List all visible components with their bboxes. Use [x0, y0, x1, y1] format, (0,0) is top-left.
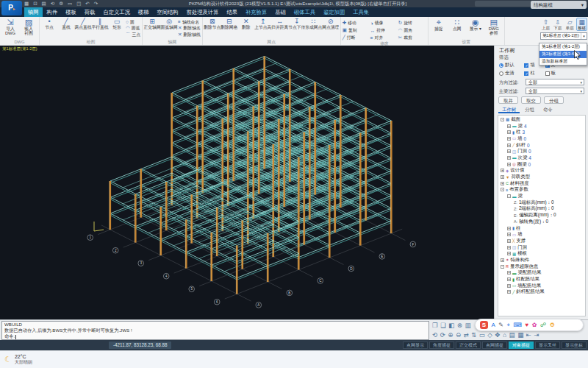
module-selector-dropdown[interactable]: 结构建模 ▾	[531, 1, 587, 9]
tree-expander-icon[interactable]: +	[507, 239, 511, 243]
ribbon-button-2-s0[interactable]: ⊞正交轴网	[144, 18, 160, 29]
quick-icon-1[interactable]: ⊡	[33, 1, 37, 7]
tree-item-13[interactable]: Z:1端标高(mm)：0	[498, 199, 585, 206]
tree-expander-icon[interactable]: +	[507, 252, 511, 255]
ribbon-button-1-s2[interactable]: ╱两点直线	[75, 18, 91, 29]
ribbon-grid-item-4-1[interactable]: ◑镜像	[370, 19, 398, 26]
view-tool-icon[interactable]: ⇤	[526, 331, 531, 339]
ribbon-button-2-s1[interactable]: ◎圆弧轴网	[161, 18, 177, 29]
tree-item-23[interactable]: -R显示超限信息	[498, 263, 585, 270]
ribbon-button-5-2[interactable]: ◉显示 ▾	[467, 18, 484, 31]
ribbon-button-3-s5[interactable]: ↧节点下传	[289, 18, 305, 29]
ribbon-button-5-1[interactable]: ∷点网	[448, 18, 466, 31]
ribbon-tab-2[interactable]: 楼板	[62, 7, 80, 17]
ribbon-button-3-s0[interactable]: ⊠删除节点	[204, 18, 220, 29]
tree-expander-icon[interactable]: -	[507, 194, 511, 198]
quick-icon-7[interactable]: ↶	[85, 1, 89, 7]
panel-tab-1[interactable]: 分组	[521, 106, 538, 113]
tree-item-10[interactable]: +C材料强度	[498, 180, 585, 187]
tree-item-21[interactable]: +▦楼板	[498, 250, 585, 257]
tree-expander-icon[interactable]: +	[507, 163, 511, 166]
tree-expander-icon[interactable]: +	[501, 182, 504, 185]
ribbon-button-0-0[interactable]: ⇲导入 DWG	[1, 18, 19, 35]
panel-tab-0[interactable]: 工作树	[498, 106, 520, 113]
ribbon-tab-1[interactable]: 构件	[43, 7, 62, 17]
tree-expander-icon[interactable]: +	[501, 258, 504, 262]
ribbon-tab-8[interactable]: 结果	[223, 7, 241, 17]
ribbon-tab-10[interactable]: 基础	[271, 7, 290, 17]
radio-icon[interactable]	[499, 71, 503, 76]
view-tool-icon[interactable]: ⇥	[534, 331, 539, 339]
ribbon-grid-item-4-7[interactable]: ≡对齐	[370, 34, 398, 41]
layer-button-3[interactable]: ▦整楼	[576, 18, 587, 31]
tree-item-4[interactable]: +╱斜杆0	[498, 142, 585, 149]
tree-expander-icon[interactable]: -	[501, 188, 504, 191]
tree-expander-icon[interactable]: +	[507, 130, 511, 134]
view-tool-icon[interactable]: ⟲	[432, 331, 437, 339]
view-tool-icon[interactable]: ▦	[517, 331, 523, 339]
view-tool-icon[interactable]: ⇅	[471, 331, 476, 339]
status-toggle-1[interactable]: 角度捕捉	[429, 342, 454, 349]
tree-item-19[interactable]: +╳支撑	[498, 238, 585, 244]
quick-icon-2[interactable]: ▤	[42, 1, 46, 7]
tree-item-27[interactable]: +╱斜杆配筋结果	[498, 289, 585, 296]
status-toggle-5[interactable]: 显示叉丝	[535, 342, 560, 349]
view-tool-icon[interactable]: ❐	[432, 322, 438, 329]
tree-item-14[interactable]: Z:2端标高(mm)：0	[498, 206, 585, 213]
tree-expander-icon[interactable]: +	[507, 124, 511, 128]
ribbon-grid-item-4-2[interactable]: ↻旋转	[398, 19, 426, 26]
tree-item-17[interactable]: +▮柱	[498, 225, 585, 232]
layer-button-1[interactable]: ⇩下层	[552, 18, 563, 31]
filter-check-0[interactable]: ✓墙	[524, 62, 534, 68]
filter-check-0[interactable]: ✓柱	[524, 70, 534, 77]
ribbon-button-3-s2[interactable]: ✕删除	[238, 18, 254, 29]
panel-button-0[interactable]: 取并	[498, 96, 518, 104]
quick-icon-8[interactable]: ↷	[94, 1, 98, 7]
work-tree[interactable]: -▦截面+▬梁4+▮柱3+▭墙0+╱斜杆0+◫门洞0+▬次梁4+◎圈梁0+◈设计…	[498, 115, 586, 316]
ribbon-stack-item-2-1[interactable]: ✕删除轴名	[178, 25, 201, 31]
sogou-tool-icon-6[interactable]: ☍	[540, 322, 546, 329]
sogou-tool-icon-1[interactable]: ✎	[498, 322, 503, 329]
layer-button-0[interactable]: ⇧上层	[540, 18, 551, 31]
view-tool-icon[interactable]: ◧	[448, 322, 454, 329]
ribbon-tab-4[interactable]: 自定义工况	[99, 7, 133, 17]
view-tool-icon[interactable]: ▥	[465, 322, 470, 329]
view-tool-icon[interactable]: ▤	[509, 331, 515, 339]
view-tool-icon[interactable]: ⟳	[440, 331, 445, 339]
status-toggle-6[interactable]: 显示坐标	[562, 342, 587, 349]
tree-item-26[interactable]: +▭墙配筋结果	[498, 283, 585, 289]
ribbon-button-3-s1[interactable]: ⊟删除网格	[221, 18, 237, 29]
tree-item-12[interactable]: -▬梁	[498, 193, 585, 199]
tree-expander-icon[interactable]: +	[507, 290, 511, 294]
tree-expander-icon[interactable]: +	[507, 137, 511, 141]
ribbon-stack-item-2-0[interactable]: ≡轴线命名	[178, 19, 201, 25]
quick-icon-4[interactable]: ⚙	[59, 1, 63, 7]
tree-expander-icon[interactable]: -	[501, 118, 504, 121]
tree-expander-icon[interactable]: +	[507, 277, 511, 281]
tree-expander-icon[interactable]: +	[507, 149, 511, 153]
ribbon-button-5-0[interactable]: ⌖捕捉	[430, 18, 448, 31]
ribbon-grid-item-4-4[interactable]: ↔拉伸	[370, 26, 398, 34]
tree-expander-icon[interactable]: +	[501, 175, 504, 179]
sogou-tool-icon-2[interactable]: ⌖	[507, 322, 511, 329]
ribbon-button-5-3[interactable]: ▤DWG 参照	[485, 18, 503, 35]
ribbon-button-0-1[interactable]: ▨输入 衬图	[20, 18, 37, 35]
filter-radio[interactable]: 全清	[499, 70, 514, 77]
ribbon-tab-6[interactable]: 空间结构	[153, 7, 182, 17]
ribbon-button-1-s0[interactable]: •节点	[41, 18, 57, 29]
tree-expander-icon[interactable]: -	[501, 265, 504, 269]
ribbon-button-3-s7[interactable]: ⊘网点清理	[323, 18, 339, 29]
view-tool-icon[interactable]: ▭	[479, 331, 485, 339]
weather-widget[interactable]: ☾ 22°C 大部晴朗	[4, 353, 32, 366]
sogou-tool-icon-4[interactable]: ♥	[526, 322, 529, 329]
tree-item-11[interactable]: -≡布置参数	[498, 187, 585, 194]
sogou-tool-icon-5[interactable]: ✿	[532, 322, 537, 329]
status-toggle-2[interactable]: 正交模式	[456, 342, 481, 349]
ribbon-tab-13[interactable]: 工具集	[349, 7, 373, 17]
tree-item-8[interactable]: +◈设计值	[498, 168, 585, 174]
tree-item-15[interactable]: E:偏轴距离(mm)：0	[498, 212, 585, 219]
tree-item-1[interactable]: +▬梁4	[498, 123, 585, 130]
ribbon-tab-3[interactable]: 荷载	[81, 7, 99, 17]
sogou-tool-icon-3[interactable]: ⌨	[514, 322, 523, 329]
quick-icon-5[interactable]: ▭	[68, 1, 72, 7]
